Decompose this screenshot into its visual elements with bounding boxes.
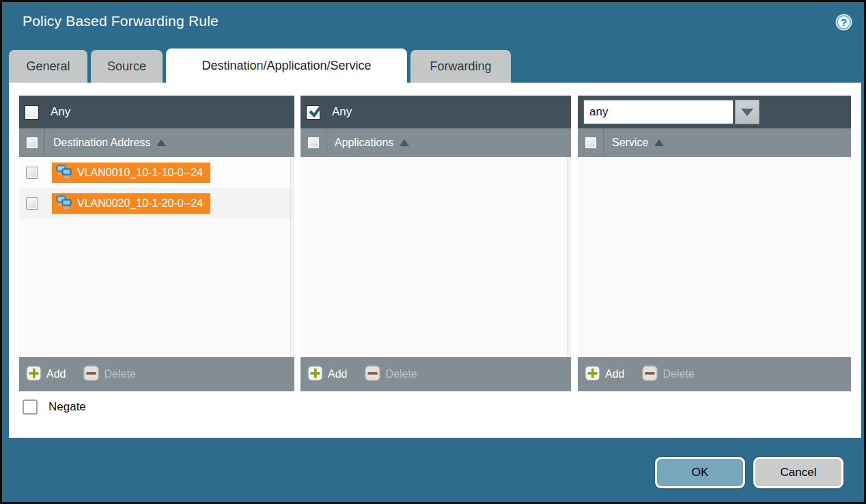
negate-label: Negate [48, 400, 86, 414]
destination-row-checkbox[interactable] [26, 167, 38, 179]
minus-icon [365, 365, 380, 384]
svg-text:?: ? [841, 16, 847, 28]
plus-icon [585, 365, 600, 384]
cancel-button[interactable]: Cancel [753, 457, 843, 488]
applications-any-label: Any [332, 105, 352, 119]
destination-row-checkbox[interactable] [26, 197, 38, 210]
applications-footer: Add Delete [301, 357, 571, 391]
service-header[interactable]: Service [578, 128, 851, 157]
applications-column: Any Applications [301, 96, 571, 391]
minus-icon [642, 365, 658, 384]
service-any-bar [578, 96, 851, 128]
tab-bar: General Source Destination/Application/S… [9, 50, 511, 83]
applications-delete-button[interactable]: Delete [365, 365, 417, 384]
tab-source[interactable]: Source [91, 50, 163, 83]
destination-any-bar: Any [19, 96, 294, 128]
delete-label: Delete [385, 368, 417, 380]
destination-list: VLAN0010_10-1-10-0--24 [19, 157, 294, 357]
plus-icon [307, 365, 323, 384]
pbf-rule-dialog: Policy Based Forwarding Rule ? General S… [0, 0, 866, 504]
ok-button[interactable]: OK [655, 457, 745, 488]
scrollbar-track[interactable] [567, 157, 571, 357]
dialog-title: Policy Based Forwarding Rule [23, 13, 219, 29]
service-list [578, 157, 851, 357]
service-delete-button[interactable]: Delete [642, 365, 694, 384]
sort-ascending-icon [156, 139, 166, 146]
applications-any-checkbox[interactable] [306, 105, 320, 120]
add-label: Add [605, 368, 624, 380]
service-footer: Add Delete [578, 357, 851, 391]
tab-content-panel: Any Destination Address [9, 83, 861, 438]
destination-address-header[interactable]: Destination Address [19, 128, 294, 157]
tab-general[interactable]: General [9, 50, 87, 83]
sort-ascending-icon [654, 139, 664, 146]
dialog-button-bar: OK Cancel [655, 457, 843, 488]
service-header-label: Service [604, 137, 648, 149]
service-add-button[interactable]: Add [585, 365, 624, 384]
service-dropdown-input[interactable] [583, 100, 734, 124]
tab-forwarding[interactable]: Forwarding [410, 50, 511, 83]
scrollbar-track[interactable] [290, 157, 294, 357]
applications-header[interactable]: Applications [301, 128, 571, 157]
chevron-down-icon [741, 109, 753, 116]
plus-icon [26, 365, 42, 384]
address-object-label: VLAN0020_10-1-20-0--24 [77, 197, 203, 210]
service-dropdown [583, 100, 759, 124]
address-object-pill[interactable]: VLAN0010_10-1-10-0--24 [52, 163, 210, 183]
service-select-all-checkbox[interactable] [585, 137, 597, 149]
negate-checkbox[interactable] [23, 400, 38, 415]
destination-any-label: Any [51, 105, 70, 119]
destination-add-button[interactable]: Add [26, 365, 66, 384]
destination-address-column: Any Destination Address [19, 96, 294, 391]
minus-icon [83, 365, 99, 384]
applications-list [301, 157, 571, 357]
address-object-pill[interactable]: VLAN0020_10-1-20-0--24 [52, 193, 210, 214]
destination-footer: Add Delete [19, 357, 294, 391]
add-label: Add [46, 368, 66, 380]
destination-any-checkbox[interactable] [25, 105, 39, 120]
destination-header-label: Destination Address [45, 137, 150, 149]
applications-add-button[interactable]: Add [307, 365, 347, 384]
service-column: Service Add [578, 96, 851, 391]
service-dropdown-button[interactable] [735, 100, 759, 124]
destination-row[interactable]: VLAN0020_10-1-20-0--24 [19, 188, 294, 219]
checkmark-icon [307, 102, 325, 122]
address-object-label: VLAN0010_10-1-10-0--24 [77, 167, 203, 179]
negate-option: Negate [23, 400, 86, 415]
destination-row[interactable]: VLAN0010_10-1-10-0--24 [19, 157, 294, 188]
destination-select-all-checkbox[interactable] [26, 137, 38, 149]
delete-label: Delete [662, 368, 694, 380]
applications-header-label: Applications [326, 137, 393, 149]
add-label: Add [328, 368, 347, 380]
delete-label: Delete [104, 368, 135, 380]
address-group-icon [56, 165, 72, 181]
destination-delete-button[interactable]: Delete [83, 365, 135, 384]
tab-destination-application-service[interactable]: Destination/Application/Service [166, 48, 407, 83]
help-icon[interactable]: ? [835, 13, 853, 31]
applications-any-bar: Any [301, 96, 571, 128]
address-group-icon [56, 195, 72, 212]
applications-select-all-checkbox[interactable] [307, 137, 320, 149]
sort-ascending-icon [400, 139, 409, 146]
title-bar: Policy Based Forwarding Rule ? [23, 13, 853, 38]
